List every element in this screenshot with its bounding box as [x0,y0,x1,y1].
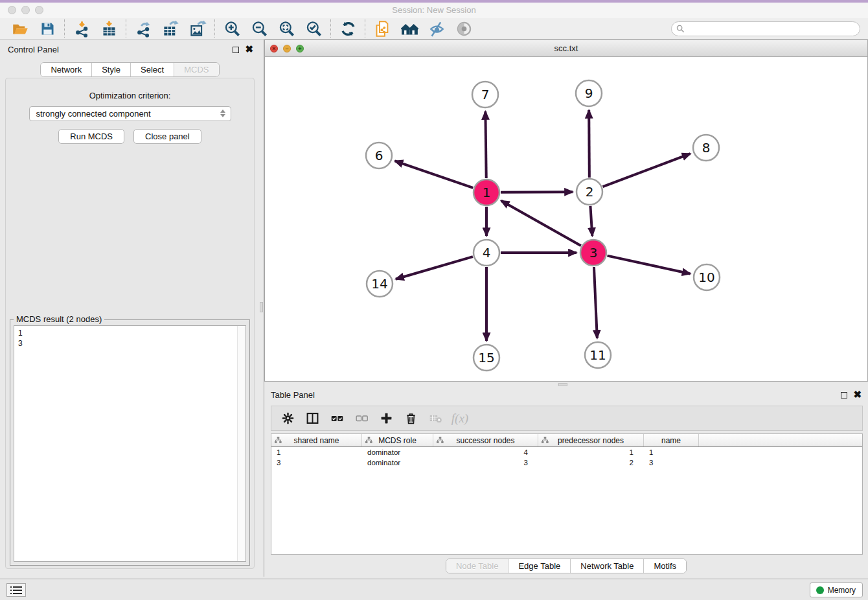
hide-selected-button[interactable] [423,19,450,38]
run-mcds-button[interactable]: Run MCDS [58,129,124,144]
delete-table-button[interactable] [424,409,446,428]
open-session-button[interactable] [6,19,34,38]
graph-edge-2-9[interactable] [589,110,589,178]
graph-node-14[interactable]: 14 [367,271,393,297]
show-all-button[interactable] [450,19,477,38]
select-all-rows-button[interactable] [326,409,348,428]
table-row[interactable]: 3dominator323 [271,457,862,468]
table-cell[interactable]: 3 [271,457,362,468]
column-visibility-button[interactable] [301,409,323,428]
graph-edge-1-7[interactable] [485,111,486,178]
graph-node-6[interactable]: 6 [366,143,392,168]
tab-mcds[interactable]: MCDS [174,63,218,76]
import-table-button[interactable] [95,19,122,38]
splitter-grip[interactable] [260,302,263,312]
graph-node-3[interactable]: 3 [580,240,606,266]
first-neighbors-button[interactable] [396,19,423,38]
graph-node-7[interactable]: 7 [472,82,498,108]
export-table-button[interactable] [157,19,184,38]
toolbar-separator [214,19,215,38]
graph-node-10[interactable]: 10 [694,264,720,290]
column-header-shared-name[interactable]: shared name [271,434,362,446]
table-cell[interactable]: 1 [644,447,699,457]
new-network-from-selection-button[interactable] [369,19,396,38]
graph-node-9[interactable]: 9 [576,80,602,106]
table-cell[interactable]: 2 [538,457,644,468]
import-network-button[interactable] [68,19,95,38]
network-canvas[interactable]: 1234678910111415 [265,57,867,381]
graph-node-11[interactable]: 11 [585,342,611,368]
column-header-MCDS-role[interactable]: MCDS role [362,434,433,446]
vertical-splitter[interactable] [260,40,264,577]
tab-motifs[interactable]: Motifs [644,559,686,573]
column-header-predecessor-nodes[interactable]: predecessor nodes [538,434,644,446]
graph-edge-2-8[interactable] [603,154,691,187]
mcds-result-textarea[interactable]: 1 3 [14,325,246,562]
save-session-button[interactable] [34,19,61,38]
search-icon [676,25,685,33]
close-panel-icon[interactable]: ✖ [853,390,862,399]
table-cell[interactable]: 3 [644,457,699,468]
graph-node-4[interactable]: 4 [474,240,499,266]
table-cell[interactable]: 1 [271,447,362,457]
table-cell[interactable]: 4 [433,447,538,457]
mcds-panel-body: Optimization criterion: strongly connect… [5,78,255,569]
export-network-button[interactable] [130,19,157,38]
table-row[interactable]: 1dominator411 [271,447,862,457]
table-panel-title: Table Panel [271,390,315,400]
graph-node-15[interactable]: 15 [474,345,499,371]
deselect-all-rows-button[interactable] [350,409,372,428]
memory-button[interactable]: Memory [810,583,863,597]
table-cell[interactable]: dominator [362,447,433,457]
tab-network-table[interactable]: Network Table [571,559,644,573]
zoom-fit-button[interactable] [273,19,300,38]
svg-text:9: 9 [585,86,593,101]
zoom-out-button[interactable] [246,19,273,38]
svg-text:7: 7 [481,87,490,102]
graph-node-8[interactable]: 8 [693,135,719,161]
result-scrollbar[interactable] [237,326,246,561]
column-header-successor-nodes[interactable]: successor nodes [433,434,538,446]
export-image-button[interactable] [184,19,211,38]
float-panel-icon[interactable] [841,392,847,398]
graph-edge-3-10[interactable] [607,256,690,274]
tab-node-table[interactable]: Node Table [446,559,509,573]
splitter-grip[interactable] [558,383,567,386]
graph-edge-1-6[interactable] [395,161,474,187]
delete-column-button[interactable] [400,409,422,428]
app-titlebar[interactable]: Session: New Session [0,3,868,18]
close-panel-button[interactable]: Close panel [133,129,201,144]
graph-edge-4-14[interactable] [396,257,473,279]
tab-style[interactable]: Style [92,63,131,76]
graph-node-2[interactable]: 2 [577,179,602,205]
graph-edge-1-2[interactable] [501,192,573,192]
network-window-titlebar[interactable]: × – + scc.txt [265,40,867,57]
zoom-selected-button[interactable] [300,19,327,38]
zoom-in-button[interactable] [218,19,246,38]
graph-edge-3-1[interactable] [501,201,581,246]
table-cell[interactable]: dominator [362,457,433,468]
table-cell[interactable]: 3 [433,457,538,468]
tab-select[interactable]: Select [131,63,174,76]
search-input[interactable] [671,21,860,36]
tab-edge-table[interactable]: Edge Table [508,559,571,573]
function-builder-button[interactable]: f(x) [449,409,471,428]
apply-layout-button[interactable] [334,19,361,38]
add-column-button[interactable] [375,409,397,428]
zoom-selected-icon [305,20,323,38]
export-image-icon [189,20,207,38]
tab-network[interactable]: Network [41,63,92,76]
float-panel-icon[interactable] [233,47,239,53]
graph-edge-3-11[interactable] [594,267,597,338]
horizontal-splitter[interactable] [264,382,868,387]
graph-edge-2-3[interactable] [590,206,592,236]
optimization-criterion-select[interactable]: strongly connected component [29,106,231,121]
column-header-name[interactable]: name [644,434,699,446]
network-graph[interactable]: 1234678910111415 [265,57,867,382]
table-body: 1dominator4113dominator323 [271,447,862,468]
graph-node-1[interactable]: 1 [474,179,499,205]
table-cell[interactable]: 1 [538,447,644,457]
table-settings-button[interactable] [277,409,299,428]
close-panel-icon[interactable]: ✖ [245,45,253,54]
task-history-button[interactable] [6,583,26,597]
